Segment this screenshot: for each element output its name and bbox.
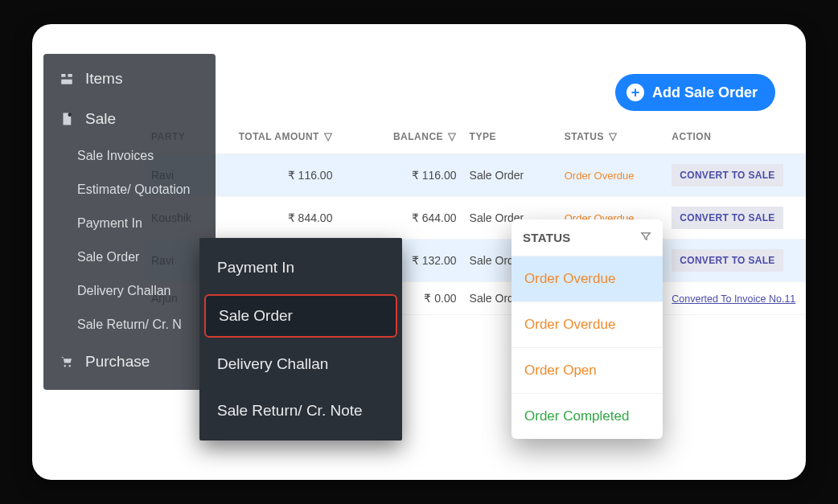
sidebar-item-label: Purchase [85,353,150,371]
submenu-payment-in[interactable]: Payment In [199,244,402,291]
cell-balance: ₹ 116.00 [339,154,462,197]
status-option[interactable]: Order Overdue [511,256,663,301]
status-option[interactable]: Order Open [511,347,663,393]
sidebar-item-sale-invoices[interactable]: Sale Invoices [43,139,216,173]
col-total[interactable]: TOTAL AMOUNT▽ [215,122,339,154]
convert-to-sale-button[interactable]: CONVERT TO SALE [672,207,783,229]
filter-icon[interactable]: ▽ [609,130,618,142]
status-filter-popup: STATUS Order OverdueOrder OverdueOrder O… [511,219,663,439]
cell-action: CONVERT TO SALE [665,197,806,240]
filter-icon[interactable]: ▽ [324,130,333,142]
cell-type: Sale Order [463,154,558,197]
convert-to-sale-button[interactable]: CONVERT TO SALE [672,249,783,272]
col-type[interactable]: TYPE [463,122,558,154]
cell-balance: ₹ 644.00 [339,197,462,240]
status-filter-header: STATUS [511,219,663,256]
sidebar-item-sale-order[interactable]: Sale Order [43,240,216,274]
submenu-sale-return[interactable]: Sale Return/ Cr. Note [199,387,402,434]
cell-action: Converted To Invoice No.11 [665,282,806,315]
submenu-sale-order[interactable]: Sale Order [204,294,397,338]
convert-to-sale-button[interactable]: CONVERT TO SALE [672,164,783,186]
col-status[interactable]: STATUS▽ [558,122,666,154]
sale-submenu: Payment In Sale Order Delivery Challan S… [199,238,402,440]
app-card: + Add Sale Order PARTY TOTAL AMOUNT▽ BAL… [32,24,806,480]
table-row[interactable]: Koushik₹ 844.00₹ 644.00Sale OrderOrder O… [145,197,806,240]
add-sale-order-label: Add Sale Order [652,84,758,101]
filter-icon[interactable]: ▽ [448,130,457,142]
invoice-icon [58,112,76,126]
cart-icon [58,354,76,369]
svg-rect-2 [61,80,72,84]
svg-point-5 [69,365,71,367]
cell-total: ₹ 844.00 [215,197,339,240]
inventory-icon [58,72,76,86]
svg-point-4 [64,365,66,367]
sidebar-item-payment-in[interactable]: Payment In [43,207,216,240]
filter-icon[interactable] [640,231,651,244]
sidebar: Items Sale Sale Invoices Estimate/ Quota… [43,54,216,390]
cell-status: Order Overdue [558,154,666,197]
sidebar-item-label: Items [85,70,122,88]
table-row[interactable]: Ravi₹ 116.00₹ 116.00Sale OrderOrder Over… [145,154,806,197]
status-option[interactable]: Order Overdue [511,301,663,347]
sidebar-item-label: Sale [85,110,116,128]
svg-rect-1 [68,74,72,77]
plus-icon: + [626,84,644,101]
submenu-delivery-challan[interactable]: Delivery Challan [199,341,402,387]
sidebar-item-items[interactable]: Items [43,59,216,99]
cell-action: CONVERT TO SALE [665,240,806,282]
sidebar-item-estimate[interactable]: Estimate/ Quotation [43,173,216,207]
converted-link[interactable]: Converted To Invoice No.11 [672,293,795,305]
sidebar-item-delivery-challan[interactable]: Delivery Challan [43,274,216,308]
col-balance[interactable]: BALANCE▽ [339,122,462,154]
sidebar-item-sale-return[interactable]: Sale Return/ Cr. N [43,308,216,342]
cell-total: ₹ 116.00 [215,154,339,197]
sidebar-item-sale[interactable]: Sale [43,99,216,139]
cell-action: CONVERT TO SALE [665,154,806,197]
svg-rect-0 [61,74,65,77]
col-action: ACTION [665,122,806,154]
sidebar-item-purchase[interactable]: Purchase [43,342,216,382]
status-option[interactable]: Order Completed [511,393,663,439]
add-sale-order-button[interactable]: + Add Sale Order [615,74,775,111]
svg-point-3 [68,113,72,117]
